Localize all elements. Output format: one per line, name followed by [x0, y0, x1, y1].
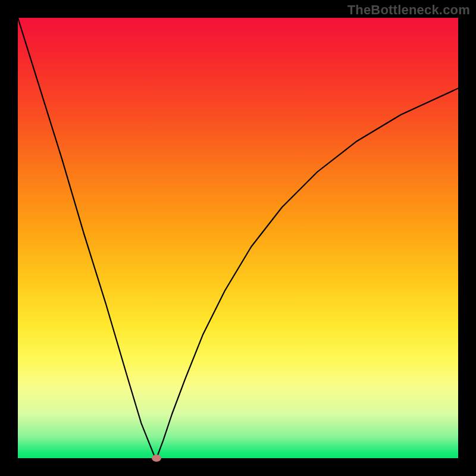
chart-frame: TheBottleneck.com [0, 0, 476, 476]
plot-area [18, 18, 458, 458]
bottleneck-curve [18, 18, 458, 458]
minimum-marker [152, 455, 161, 462]
watermark-label: TheBottleneck.com [347, 2, 470, 18]
